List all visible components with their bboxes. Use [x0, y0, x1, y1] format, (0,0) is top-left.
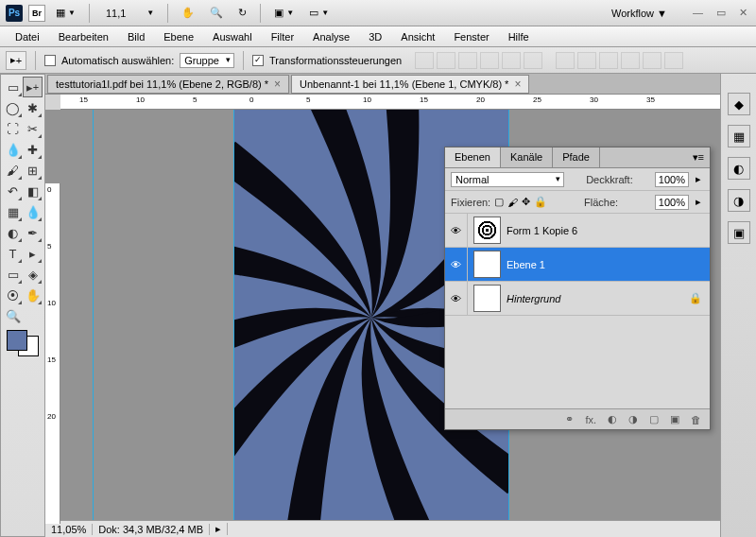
- adjustments-panel-icon[interactable]: ◑: [728, 189, 750, 212]
- wand-tool[interactable]: ✱: [23, 97, 43, 118]
- type-tool[interactable]: T: [3, 243, 23, 264]
- align-top-icon[interactable]: [415, 52, 434, 69]
- menu-datei[interactable]: Datei: [6, 28, 49, 45]
- lock-pixels-icon[interactable]: 🖌: [507, 197, 518, 208]
- distribute-top-icon[interactable]: [556, 52, 575, 69]
- color-swatches[interactable]: [7, 330, 39, 356]
- document-tab-1[interactable]: testtutoria1l.pdf bei 11,1% (Ebene 2, RG…: [47, 75, 289, 94]
- new-layer-icon[interactable]: ▣: [667, 413, 682, 425]
- menu-ansicht[interactable]: Ansicht: [391, 28, 444, 45]
- panel-menu-icon[interactable]: ▾≡: [687, 147, 710, 167]
- arrange-documents-icon[interactable]: ▣▼: [269, 4, 299, 22]
- move-tool[interactable]: ▸+: [23, 77, 43, 97]
- 3d-tool[interactable]: ◈: [23, 264, 43, 285]
- layer-row[interactable]: 👁 Form 1 Kopie 6: [445, 214, 710, 248]
- lock-all-icon[interactable]: 🔒: [534, 196, 547, 208]
- path-tool[interactable]: ▸: [23, 243, 43, 264]
- stamp-tool[interactable]: ⊞: [23, 160, 43, 181]
- adjustment-layer-icon[interactable]: ◑: [626, 413, 641, 425]
- distribute-bottom-icon[interactable]: [599, 52, 618, 69]
- notes-tool[interactable]: [23, 305, 43, 326]
- status-zoom[interactable]: 11,05%: [45, 524, 93, 535]
- menu-analyse[interactable]: Analyse: [303, 28, 359, 45]
- paths-tab[interactable]: Pfade: [553, 147, 600, 167]
- visibility-toggle-icon[interactable]: 👁: [445, 214, 468, 247]
- menu-filter[interactable]: Filter: [262, 28, 303, 45]
- eyedropper-tool[interactable]: 💧: [3, 139, 23, 160]
- camera-panel-icon[interactable]: ▣: [728, 221, 750, 244]
- layer-name[interactable]: Ebene 1: [507, 259, 710, 270]
- layer-row[interactable]: 👁 Ebene 1: [445, 248, 710, 282]
- menu-bild[interactable]: Bild: [118, 28, 154, 45]
- lock-transparency-icon[interactable]: ▢: [494, 196, 504, 208]
- layer-mask-icon[interactable]: ◐: [605, 413, 620, 425]
- menu-auswahl[interactable]: Auswahl: [203, 28, 262, 45]
- pen-tool[interactable]: ✒: [23, 222, 43, 243]
- distribute-hcenter-icon[interactable]: [643, 52, 662, 69]
- menu-3d[interactable]: 3D: [359, 28, 391, 45]
- opacity-input[interactable]: 100%: [655, 172, 689, 187]
- distribute-vcenter-icon[interactable]: [577, 52, 596, 69]
- minimize-button[interactable]: —: [690, 7, 706, 19]
- layer-row[interactable]: 👁 Hintergrund 🔒: [445, 282, 710, 316]
- screen-mode-icon-2[interactable]: ▭▼: [304, 4, 334, 22]
- eraser-tool[interactable]: ◧: [23, 181, 43, 201]
- lock-position-icon[interactable]: ✥: [522, 196, 530, 208]
- visibility-toggle-icon[interactable]: 👁: [445, 282, 468, 315]
- layer-name[interactable]: Form 1 Kopie 6: [507, 225, 710, 236]
- align-right-icon[interactable]: [524, 52, 542, 69]
- status-doc-size[interactable]: Dok: 34,3 MB/32,4 MB: [93, 524, 210, 535]
- swatches-panel-icon[interactable]: ▦: [728, 125, 750, 147]
- 3d-camera-tool[interactable]: ⦿: [3, 285, 23, 305]
- brush-tool[interactable]: 🖌: [3, 160, 23, 181]
- blur-tool[interactable]: 💧: [23, 201, 43, 222]
- status-menu-icon[interactable]: ▸: [210, 523, 228, 535]
- channels-tab[interactable]: Kanäle: [501, 147, 553, 167]
- ruler-vertical[interactable]: 05101520: [45, 183, 60, 524]
- align-left-icon[interactable]: [480, 52, 499, 69]
- auto-select-dropdown[interactable]: Gruppe: [180, 53, 234, 68]
- gradient-tool[interactable]: ▦: [3, 201, 23, 222]
- zoom-tool[interactable]: 🔍: [3, 305, 23, 326]
- layer-name[interactable]: Hintergrund: [507, 293, 681, 304]
- hand-tool[interactable]: ✋: [23, 285, 43, 305]
- slice-tool[interactable]: ✂: [23, 118, 43, 139]
- close-button[interactable]: ✕: [736, 7, 750, 19]
- distribute-left-icon[interactable]: [621, 52, 640, 69]
- layers-panel[interactable]: Ebenen Kanäle Pfade ▾≡ Normal Deckkraft:…: [444, 147, 711, 430]
- color-panel-icon[interactable]: ◆: [728, 93, 750, 115]
- current-tool-indicator[interactable]: ▸+: [6, 51, 26, 70]
- layer-fx-icon[interactable]: fx.: [582, 414, 599, 425]
- ruler-horizontal[interactable]: 1510505101520253035: [60, 95, 720, 110]
- shape-tool[interactable]: ▭: [3, 264, 23, 285]
- align-bottom-icon[interactable]: [458, 52, 477, 69]
- healing-tool[interactable]: ✚: [23, 139, 43, 160]
- menu-ebene[interactable]: Ebene: [154, 28, 203, 45]
- fill-slider-icon[interactable]: ▸: [693, 196, 704, 208]
- marquee-tool[interactable]: ▭: [3, 77, 23, 97]
- bridge-icon[interactable]: Br: [28, 5, 45, 22]
- foreground-color-swatch[interactable]: [7, 330, 27, 351]
- align-vcenter-icon[interactable]: [437, 52, 455, 69]
- history-brush-tool[interactable]: ↶: [3, 181, 23, 201]
- rotate-view-icon[interactable]: ↻: [233, 4, 251, 22]
- zoom-dropdown[interactable]: ▼: [139, 6, 159, 20]
- hand-tool-icon[interactable]: ✋: [177, 4, 199, 22]
- zoom-level[interactable]: 11,1: [98, 8, 133, 19]
- visibility-toggle-icon[interactable]: 👁: [445, 248, 468, 281]
- layer-thumbnail[interactable]: [473, 217, 501, 244]
- menu-bearbeiten[interactable]: Bearbeiten: [49, 28, 118, 45]
- close-tab-icon[interactable]: ×: [514, 78, 521, 91]
- auto-select-checkbox[interactable]: [44, 55, 56, 66]
- zoom-tool-icon[interactable]: 🔍: [205, 4, 228, 22]
- crop-tool[interactable]: ⛶: [3, 118, 23, 139]
- layer-thumbnail[interactable]: [473, 251, 501, 278]
- link-layers-icon[interactable]: ⚭: [562, 413, 576, 425]
- workspace-selector[interactable]: Workflow ▼: [604, 6, 675, 21]
- styles-panel-icon[interactable]: ◐: [728, 157, 750, 180]
- dodge-tool[interactable]: ◐: [3, 222, 23, 243]
- blend-mode-select[interactable]: Normal: [451, 172, 564, 187]
- lasso-tool[interactable]: ◯: [3, 97, 23, 118]
- menu-fenster[interactable]: Fenster: [444, 28, 498, 45]
- menu-hilfe[interactable]: Hilfe: [499, 28, 539, 45]
